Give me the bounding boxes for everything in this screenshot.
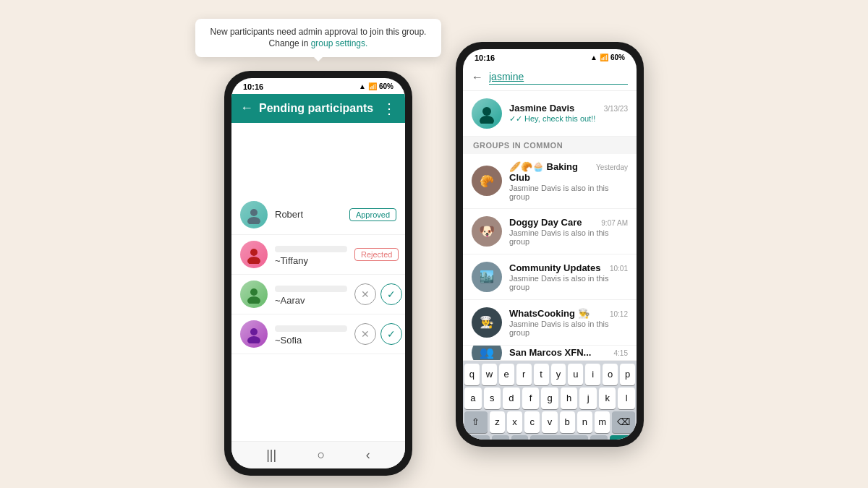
key-slash[interactable]: /	[492, 435, 509, 440]
status-icons-right: ▲ 📶 60%	[590, 53, 625, 61]
key-backspace[interactable]: ⌫	[612, 411, 635, 433]
participant-name-aarav: ~Aarav	[275, 295, 347, 306]
action-buttons-sofia: ✕ ✓	[354, 323, 402, 345]
accept-button-aarav[interactable]: ✓	[380, 283, 402, 305]
key-n[interactable]: n	[577, 411, 592, 433]
status-badge-rejected: Rejected	[354, 248, 399, 261]
key-p[interactable]: p	[620, 364, 635, 385]
key-shift[interactable]: ⇧	[464, 411, 488, 433]
group-item-doggy[interactable]: 🐶 Doggy Day Care 9:07 AM Jasmine Davis i…	[463, 209, 637, 254]
avatar-aarav	[240, 281, 268, 308]
avatar-jasmine	[472, 98, 502, 129]
group-item-whatscooking[interactable]: 👨‍🍳 WhatsCooking 👨‍🍳 10:12 Jasmine Davis…	[463, 300, 637, 346]
key-l[interactable]: l	[618, 388, 635, 409]
jasmine-time: 3/13/23	[604, 105, 628, 113]
left-header: ← Pending participants ⋮	[231, 94, 405, 123]
avatar-baking: 🥐	[472, 166, 502, 196]
key-m[interactable]: m	[595, 411, 610, 433]
key-o[interactable]: o	[603, 364, 618, 385]
partial-info: San Marcos XFN... 4:15	[509, 347, 628, 358]
key-a[interactable]: a	[464, 388, 482, 409]
whatscooking-time: 10:12	[610, 310, 628, 318]
svg-point-3	[247, 257, 260, 264]
key-b[interactable]: b	[560, 411, 575, 433]
time-right: 10:16	[475, 53, 495, 62]
key-period[interactable]: .	[590, 435, 608, 440]
nav-back-icon[interactable]: ‹	[366, 448, 370, 463]
key-v[interactable]: v	[542, 411, 557, 433]
avatar-tiffany	[240, 241, 268, 268]
keyboard: q w e r t y u i o p a s d f g h	[463, 361, 637, 440]
phone-notch-right	[542, 42, 557, 48]
key-t[interactable]: t	[534, 364, 549, 385]
svg-point-7	[247, 336, 260, 343]
key-f[interactable]: f	[522, 388, 540, 409]
whatscooking-info: WhatsCooking 👨‍🍳 10:12 Jasmine Davis is …	[509, 308, 628, 337]
group-item-baking[interactable]: 🥐 🥖🥐🧁 Baking Club Yesterday Jasmine Davi…	[463, 154, 637, 209]
key-en[interactable]: EN	[530, 435, 588, 440]
key-s[interactable]: s	[484, 388, 501, 409]
key-r[interactable]: r	[516, 364, 532, 385]
community-info: Community Updates 10:01 Jasmine Davis is…	[509, 262, 628, 291]
key-j[interactable]: j	[579, 388, 597, 409]
participant-name-tiffany: ~Tiffany	[275, 255, 347, 266]
participant-name-sofia: ~Sofia	[275, 335, 347, 346]
key-g[interactable]: g	[541, 388, 558, 409]
svg-point-9	[480, 116, 494, 124]
tooltip-link[interactable]: group settings.	[311, 38, 368, 48]
phone-notch	[311, 71, 326, 77]
svg-point-1	[247, 217, 260, 224]
key-d[interactable]: d	[503, 388, 520, 409]
participant-item: ~Aarav ✕ ✓	[231, 275, 405, 314]
left-phone: 10:16 ▲ 📶 60% ← Pending participants ⋮	[224, 71, 412, 476]
search-header: ←	[463, 65, 637, 91]
key-c[interactable]: c	[524, 411, 540, 433]
avatar-partial: 👥	[472, 346, 502, 361]
key-w[interactable]: w	[482, 364, 497, 385]
keyboard-row-2: a s d f g h j k l	[464, 388, 635, 409]
jasmine-info: Jasmine Davis 3/13/23 ✓✓ Hey, check this…	[509, 103, 628, 124]
key-u[interactable]: u	[568, 364, 583, 385]
key-123[interactable]: ?123	[464, 435, 490, 440]
baking-name: 🥖🥐🧁 Baking Club	[509, 161, 596, 183]
svg-point-2	[250, 249, 258, 256]
community-name: Community Updates	[509, 262, 600, 273]
reject-button-sofia[interactable]: ✕	[354, 323, 376, 345]
keyboard-row-3: ⇧ z x c v b n m ⌫	[464, 411, 635, 433]
avatar-robert	[240, 201, 268, 228]
key-q[interactable]: q	[464, 364, 480, 385]
key-send[interactable]: ➤	[610, 435, 635, 440]
status-bar-left: 10:16 ▲ 📶 60%	[231, 78, 405, 94]
back-button-left[interactable]: ←	[240, 100, 253, 116]
partial-name: San Marcos XFN...	[509, 347, 591, 358]
key-i[interactable]: i	[585, 364, 600, 385]
time-left: 10:16	[243, 82, 263, 91]
key-z[interactable]: z	[490, 411, 505, 433]
key-e[interactable]: e	[499, 364, 514, 385]
key-globe[interactable]: 🌐	[511, 435, 529, 440]
community-sub: Jasmine Davis is also in this group	[509, 274, 628, 291]
key-h[interactable]: h	[561, 388, 578, 409]
avatar-sofia	[240, 320, 268, 348]
doggy-name: Doggy Day Care	[509, 217, 582, 228]
participants-list: Robert Approved ~Tiffany	[231, 123, 405, 354]
back-button-right[interactable]: ←	[472, 71, 483, 84]
nav-home-icon[interactable]: ○	[318, 448, 326, 463]
nav-recent-icon[interactable]: |||	[266, 448, 276, 463]
key-y[interactable]: y	[551, 364, 566, 385]
group-item-partial[interactable]: 👥 San Marcos XFN... 4:15	[463, 346, 637, 361]
jasmine-chat-item[interactable]: Jasmine Davis 3/13/23 ✓✓ Hey, check this…	[463, 91, 637, 137]
key-x[interactable]: x	[507, 411, 522, 433]
svg-point-4	[250, 288, 258, 296]
tooltip-bubble: New participants need admin approval to …	[195, 19, 441, 58]
group-item-community[interactable]: 🏙️ Community Updates 10:01 Jasmine Davis…	[463, 254, 637, 300]
participant-info-robert: Robert	[275, 209, 342, 220]
reject-button-aarav[interactable]: ✕	[354, 283, 376, 305]
accept-button-sofia[interactable]: ✓	[380, 323, 402, 345]
participant-item: ~Tiffany Rejected	[231, 235, 405, 275]
menu-button-left[interactable]: ⋮	[382, 100, 396, 117]
participant-item: Robert Approved	[231, 195, 405, 235]
search-input[interactable]	[489, 71, 628, 85]
key-k[interactable]: k	[599, 388, 616, 409]
jasmine-name: Jasmine Davis	[509, 103, 574, 114]
